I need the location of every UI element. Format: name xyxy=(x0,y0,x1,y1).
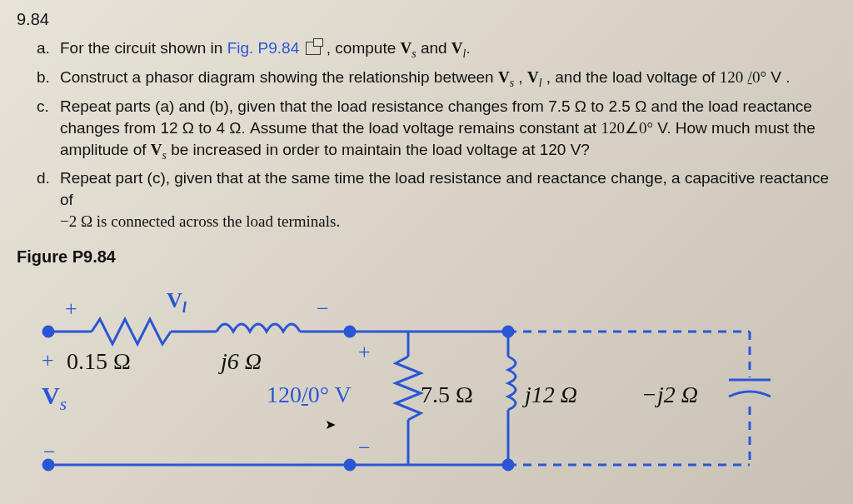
vload-unit: V xyxy=(329,382,352,407)
item-c: c. Repeat parts (a) and (b), given that … xyxy=(37,96,836,167)
a-and: and xyxy=(421,39,451,57)
b-pre: Construct a phasor diagram showing the r… xyxy=(60,68,498,86)
minus-top-right: − xyxy=(317,297,329,322)
vl-label: Vl xyxy=(167,288,187,317)
circuit-diagram: + Vl − + 0.15 Ω j6 Ω + Vs 120/0° V 7.5 Ω… xyxy=(42,273,791,490)
svg-point-12 xyxy=(345,460,355,470)
vl-v: V xyxy=(167,288,182,312)
d-l2: −2 Ω is connected across the load termin… xyxy=(60,212,340,230)
item-d: d. Repeat part (c), given that at the sa… xyxy=(37,167,836,232)
c-l1: Repeat parts (a) and (b), given that the… xyxy=(60,97,812,115)
vs-sub: s xyxy=(60,394,67,414)
minus-load: − xyxy=(358,436,371,461)
b-val: 120 xyxy=(720,68,744,86)
item-label-c: c. xyxy=(37,96,60,167)
minus-src: − xyxy=(43,440,56,465)
vs-v: V xyxy=(42,382,60,409)
b-mid2: , and the load voltage of xyxy=(546,68,720,86)
item-text-a: For the circuit shown in Fig. P9.84 , co… xyxy=(60,37,836,65)
vload-ang: 0° xyxy=(308,382,329,407)
a-post: , compute xyxy=(327,39,401,57)
d-l1: Repeat part (c), given that at the same … xyxy=(60,169,829,208)
item-a: a. For the circuit shown in Fig. P9.84 ,… xyxy=(37,37,836,65)
c-vs: V xyxy=(151,141,162,158)
l-load: j12 Ω xyxy=(525,382,577,408)
popup-icon xyxy=(306,42,321,55)
a-v1: V xyxy=(401,39,412,57)
item-label-b: b. xyxy=(37,67,60,94)
b-vs: V xyxy=(498,68,510,86)
vload-label: 120/0° V xyxy=(267,382,352,408)
r-load: 7.5 Ω xyxy=(421,382,473,408)
problem-content: 9.84 a. For the circuit shown in Fig. P9… xyxy=(0,0,853,498)
c-vs-s: s xyxy=(162,148,167,161)
problem-number: 9.84 xyxy=(17,10,836,29)
plus-load: + xyxy=(358,340,371,365)
item-b: b. Construct a phasor diagram showing th… xyxy=(37,67,836,94)
item-label-a: a. xyxy=(37,37,60,65)
c-l2b: V. How much must the xyxy=(657,119,815,137)
item-text-c: Repeat parts (a) and (b), given that the… xyxy=(60,96,836,167)
c-l3a: amplitude of xyxy=(60,141,151,158)
b-ang: 0° xyxy=(752,68,766,86)
x-line: j6 Ω xyxy=(221,348,262,375)
vs-label: Vs xyxy=(42,382,67,415)
a-pre: For the circuit shown in xyxy=(60,39,227,57)
a-s1: s xyxy=(412,47,416,60)
b-vl: V xyxy=(527,68,539,86)
r-line: 0.15 Ω xyxy=(67,348,131,375)
a-dot: . xyxy=(466,39,470,57)
b-unit: V . xyxy=(771,68,790,86)
svg-point-3 xyxy=(43,327,53,337)
b-vl-s: l xyxy=(539,77,542,89)
b-mid1: , xyxy=(518,68,527,86)
item-text-b: Construct a phasor diagram showing the r… xyxy=(60,67,836,94)
item-label-d: d. xyxy=(37,167,60,232)
c-l2a: changes from 12 Ω to 4 Ω. Assume that th… xyxy=(60,119,601,137)
fig-ref: Fig. P9.84 xyxy=(227,39,300,57)
svg-point-4 xyxy=(345,327,355,337)
c-l3b: be increased in order to maintain the lo… xyxy=(171,141,590,158)
textbook-page: 9.84 a. For the circuit shown in Fig. P9… xyxy=(0,0,853,504)
vload-val: 120 xyxy=(267,382,302,407)
problem-items: a. For the circuit shown in Fig. P9.84 ,… xyxy=(37,37,836,232)
plus-top-left: + xyxy=(65,297,77,322)
plus-src: + xyxy=(42,348,54,373)
figure-label: Figure P9.84 xyxy=(17,247,836,267)
vl-sub: l xyxy=(182,299,187,317)
c-load: −j2 Ω xyxy=(641,382,698,408)
item-text-d: Repeat part (c), given that at the same … xyxy=(60,167,836,232)
mouse-cursor-icon: ➤ xyxy=(325,417,336,432)
b-vs-s: s xyxy=(510,77,514,89)
vload-slash: / xyxy=(302,382,308,407)
c-ang: 120∠0° xyxy=(601,119,653,137)
a-v2: V xyxy=(451,39,463,57)
